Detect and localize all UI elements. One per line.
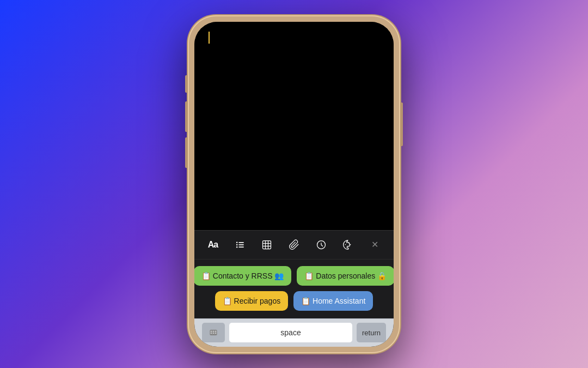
keyboard-emoji-button[interactable]	[202, 323, 225, 342]
mute-button[interactable]	[185, 75, 188, 93]
svg-rect-19	[215, 331, 217, 332]
recibir-pagos-button[interactable]: 📋 Recibir pagos	[215, 291, 289, 311]
shortcuts-row-2: 📋 Recibir pagos 📋 Home Assistant	[215, 291, 373, 311]
list-format-button[interactable]	[231, 236, 249, 254]
svg-point-15	[350, 244, 351, 245]
screen-content[interactable]	[194, 22, 394, 230]
svg-rect-22	[215, 333, 217, 334]
palette-button[interactable]	[339, 236, 357, 254]
svg-point-12	[345, 244, 346, 245]
home-assistant-button[interactable]: 📋 Home Assistant	[293, 291, 373, 311]
volume-up-button[interactable]	[185, 101, 188, 132]
svg-rect-20	[211, 333, 212, 334]
svg-rect-6	[263, 240, 271, 249]
text-cursor	[209, 32, 210, 44]
svg-point-1	[236, 244, 238, 245]
keyboard-bottom-row: space return	[194, 318, 394, 347]
svg-rect-17	[211, 331, 212, 332]
toolbar-close-button[interactable]: ✕	[366, 236, 384, 254]
space-key[interactable]: space	[229, 323, 352, 342]
svg-point-13	[346, 242, 347, 243]
shortcuts-row-1: 📋 Contacto y RRSS 👥 📋 Datos personales 🔒	[194, 266, 394, 286]
table-format-button[interactable]	[258, 236, 275, 254]
return-key[interactable]: return	[357, 323, 386, 342]
svg-point-2	[236, 246, 238, 248]
svg-rect-21	[213, 333, 215, 334]
volume-down-button[interactable]	[185, 137, 188, 168]
svg-rect-18	[213, 331, 215, 332]
power-button[interactable]	[400, 102, 403, 146]
contacto-rrss-button[interactable]: 📋 Contacto y RRSS 👥	[194, 266, 291, 286]
phone-frame: Aa	[188, 15, 400, 353]
circle-button[interactable]	[313, 236, 330, 254]
formatting-toolbar: Aa	[194, 230, 394, 259]
shortcuts-area: 📋 Contacto y RRSS 👥 📋 Datos personales 🔒…	[194, 259, 394, 318]
phone-container: Aa	[188, 15, 400, 353]
datos-personales-button[interactable]: 📋 Datos personales 🔒	[297, 266, 394, 286]
attachment-button[interactable]	[285, 236, 303, 254]
font-format-button[interactable]: Aa	[204, 236, 222, 254]
svg-point-0	[236, 242, 238, 243]
svg-point-14	[349, 242, 350, 243]
phone-screen: Aa	[194, 22, 394, 347]
